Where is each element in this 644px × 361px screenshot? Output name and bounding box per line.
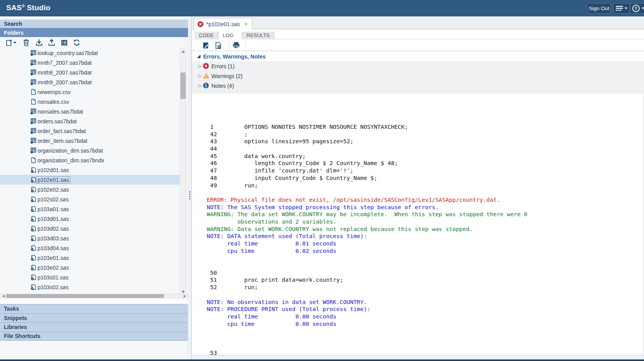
tree-item-organization-dim-sas7bdat[interactable]: organization_dim.sas7bdat [0,146,180,155]
download-log-button[interactable] [213,41,223,49]
tree-item-mnth7-2007-sas7bdat[interactable]: mnth7_2007.sas7bdat [0,58,180,68]
properties-button[interactable] [60,39,68,46]
sas-file-icon [30,167,36,173]
collapse-triangle-icon [197,55,200,58]
app-logo: SAS® Studio [6,4,50,12]
refresh-button[interactable] [72,39,81,46]
tree-item-p103d03-sas[interactable]: p103d03.sas [0,233,180,243]
tree-item-lookup-country-sas7bdat[interactable]: lookup_country.sas7bdat [0,48,180,58]
errors-warnings-notes-header[interactable]: Errors, Warnings, Notes [192,52,644,61]
tree-item-order-item-sas7bdat[interactable]: order_item.sas7bdat [0,136,180,146]
tree-item-label: p102s02.sas [38,196,68,203]
upload-button[interactable] [47,39,56,46]
app-menu-button[interactable] [613,3,630,14]
expand-arrow-icon[interactable]: ▷ [199,84,202,88]
tree-item-newemps-csv[interactable]: newemps.csv [0,87,180,97]
vertical-scroll-thumb[interactable] [181,73,186,99]
expand-arrow-icon[interactable]: ▷ [199,74,202,78]
tree-item-p102s02-sas[interactable]: p102s02.sas [0,194,180,204]
tab-code[interactable]: CODE [195,32,218,39]
scroll-up-icon[interactable] [180,48,186,54]
chevron-down-icon [641,7,644,9]
log-line [207,342,644,350]
log-view[interactable]: 1 OPTIONS NONOTES NOSTIMER NOSOURCE NOSY… [192,94,644,355]
new-file-button[interactable] [5,39,13,46]
errors-warnings-notes-list: ▷Errors (1)▷Warnings (2)▷Notes (4) [192,61,644,94]
log-line: NOTE: DATA statement used (Total process… [207,233,644,240]
log-line: cpu time 0.00 seconds [207,320,644,328]
help-button[interactable]: ? [630,3,644,14]
new-file-caret-icon[interactable] [13,39,17,46]
sidebar-section-tasks[interactable]: Tasks [0,304,188,313]
tree-item-organization-dim-sas7bndx[interactable]: organization_dim.sas7bndx [0,155,180,165]
log-group-label: Errors (1) [211,63,234,69]
note-icon [203,82,209,89]
toolbar-separator [229,41,229,49]
tree-item-label: p103a01.sas [38,206,69,212]
log-group-warnings[interactable]: ▷Warnings (2) [192,71,644,81]
download-button[interactable] [35,39,43,46]
log-line: cpu time 0.02 seconds [207,247,644,255]
tab-results[interactable]: RESULTS [242,32,274,39]
tree-item-nonsales-sas7bdat[interactable]: nonsales.sas7bdat [0,107,180,116]
tree-item-p103s01-sas[interactable]: p103s01.sas [0,272,180,282]
tree-item-order-fact-sas7bdat[interactable]: order_fact.sas7bdat [0,126,180,136]
document-tab-strip: *p102e01.sas ✕ [192,16,644,29]
toolbar-separator [245,41,246,49]
tree-item-p102e02-sas[interactable]: p102e02.sas [0,185,180,194]
sidebar-section-snippets[interactable]: Snippets [0,313,188,323]
sidebar-section-search[interactable]: Search [0,20,188,28]
tree-item-p102d01-sas[interactable]: p102d01.sas [0,165,180,175]
sidebar-section-file-shortcuts[interactable]: File Shortcuts [0,332,188,341]
log-line: WARNING: Data set WORK.COUNTRY was not r… [207,226,644,233]
log-line: 42 ; [207,131,644,138]
scroll-left-icon[interactable] [1,294,6,298]
file-file-icon [30,89,36,95]
tab-log[interactable]: LOG [218,32,242,39]
tree-item-label: mnth7_2007.sas7bdat [38,60,92,66]
log-group-errors[interactable]: ▷Errors (1) [192,61,644,71]
tree-item-p103e02-sas[interactable]: p103e02.sas [0,263,180,272]
tree-item-p103d02-sas[interactable]: p103d02.sas [0,224,180,233]
sidebar-section-folders[interactable]: Folders [0,28,188,37]
tree-item-p103d01-sas[interactable]: p103d01.sas [0,214,180,224]
sign-out-button[interactable]: Sign Out [587,3,611,14]
sidebar-section-libraries[interactable]: Libraries [0,322,188,332]
log-line: 46 length Country_Code $ 2 Country_Name … [207,160,644,167]
scroll-right-icon[interactable] [182,294,187,298]
tree-item-p103d04-sas[interactable]: p103d04.sas [0,243,180,253]
tree-item-label: order_item.sas7bdat [38,138,88,144]
tab-p102e01-sas[interactable]: *p102e01.sas ✕ [194,18,252,30]
horizontal-scroll-thumb[interactable] [6,294,164,298]
edit-log-button[interactable] [201,41,211,49]
log-group-notes[interactable]: ▷Notes (4) [192,81,644,91]
tree-item-mnth8-2007-sas7bdat[interactable]: mnth8_2007.sas7bdat [0,68,180,77]
delete-button[interactable] [22,39,30,46]
sas-file-icon [30,177,36,183]
tree-item-label: p103d02.sas [38,226,69,232]
pane-splitter[interactable] [188,16,191,359]
tree-item-p102e01-sas[interactable]: p102e01.sas [0,175,180,185]
log-line: 50 [207,269,644,277]
tree-item-label: p103e01.sas [38,255,69,261]
tree-item-p103s02-sas[interactable]: p103s02.sas [0,282,180,292]
tree-item-p103e01-sas[interactable]: p103e01.sas [0,253,180,263]
tree-item-label: mnth8_2007.sas7bdat [38,69,92,76]
tree-horizontal-scrollbar[interactable] [0,293,188,299]
tree-item-orders-sas7bdat[interactable]: orders.sas7bdat [0,116,180,126]
log-text: 1 OPTIONS NONOTES NOSTIMER NOSOURCE NOSY… [192,94,644,355]
close-tab-icon[interactable]: ✕ [244,21,248,27]
tree-item-mnth9-2007-sas7bdat[interactable]: mnth9_2007.sas7bdat [0,77,180,87]
tree-item-p103a01-sas[interactable]: p103a01.sas [0,204,180,214]
expand-arrow-icon[interactable]: ▷ [199,64,202,68]
tree-item-label: nonsales.sas7bdat [38,108,83,115]
log-group-label: Notes (4) [211,83,234,89]
log-line: NOTE: No observations in data set WORK.C… [207,299,644,306]
tree-item-label: orders.sas7bdat [38,118,77,124]
tree-item-label: p102e01.sas [36,176,70,183]
tree-vertical-scrollbar[interactable] [180,48,186,295]
sas-file-icon [30,235,36,241]
help-icon: ? [632,5,640,12]
tree-item-nonsales-csv[interactable]: nonsales.csv [0,97,180,107]
print-log-button[interactable] [231,41,241,49]
